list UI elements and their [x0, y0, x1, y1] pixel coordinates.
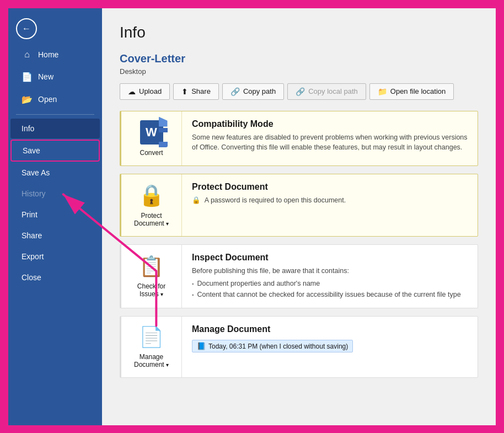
sidebar-item-label: Info	[22, 124, 34, 133]
word-convert-icon: W	[140, 120, 163, 145]
doc-title: Cover-Letter	[120, 52, 478, 65]
sidebar-item-label: Share	[22, 231, 42, 240]
sidebar-divider	[16, 114, 94, 115]
sidebar-item-history: History	[10, 184, 100, 204]
copy-path-icon: 🔗	[230, 87, 240, 96]
convert-button[interactable]: W Convert	[121, 111, 182, 165]
manage-card: 📄 Manage Document ▾ Manage Document 📘 To…	[120, 316, 478, 378]
sidebar-item-share[interactable]: Share	[10, 226, 100, 245]
copy-local-path-button: 🔗 Copy local path	[287, 83, 366, 100]
back-icon: ←	[22, 24, 31, 34]
inspect-list: Document properties and author's name Co…	[192, 278, 468, 300]
upload-label: Upload	[139, 87, 162, 95]
check-issues-button[interactable]: 📋 Check for Issues ▾	[121, 245, 182, 308]
home-icon: ⌂	[22, 50, 33, 60]
protect-content: Protect Document 🔒 A password is require…	[182, 174, 478, 236]
inspect-icon: 📋	[139, 255, 164, 278]
manage-icon: 📄	[139, 325, 164, 349]
action-bar: ☁ Upload ⬆ Share 🔗 Copy path 🔗 Copy loca…	[120, 83, 478, 100]
sidebar-item-label: Save	[23, 146, 40, 155]
protect-title: Protect Document	[192, 182, 468, 192]
main-content: Info Cover-Letter Desktop ☁ Upload ⬆ Sha…	[102, 8, 496, 425]
manage-file-badge[interactable]: 📘 Today, 06:31 PM (when I closed without…	[192, 340, 353, 352]
sidebar-item-print[interactable]: Print	[10, 205, 100, 224]
copy-local-icon: 🔗	[296, 87, 305, 96]
inspect-content: Inspect Document Before publishing this …	[182, 245, 478, 308]
manage-content: Manage Document 📘 Today, 06:31 PM (when …	[182, 317, 478, 377]
manage-title: Manage Document	[192, 324, 468, 334]
sidebar-item-label: Open	[38, 95, 57, 104]
inspect-card: 📋 Check for Issues ▾ Inspect Document Be…	[120, 244, 478, 309]
sidebar: ← ⌂ Home 📄 New 📂 Open Info Save Save As …	[8, 8, 102, 425]
upload-button[interactable]: ☁ Upload	[120, 83, 170, 100]
manage-dropdown-arrow: ▾	[166, 362, 169, 368]
sidebar-item-label: Home	[38, 50, 58, 59]
sidebar-item-save[interactable]: Save	[10, 140, 100, 162]
open-file-location-button[interactable]: 📁 Open file location	[369, 83, 454, 100]
protect-description: 🔒 A password is required to open this do…	[192, 195, 468, 206]
copy-path-button[interactable]: 🔗 Copy path	[222, 83, 284, 100]
sidebar-item-label: Close	[22, 273, 41, 282]
inspect-list-item-2: Content that cannot be checked for acces…	[192, 289, 468, 300]
lock-icon: 🔒	[138, 183, 164, 207]
upload-icon: ☁	[128, 87, 136, 96]
manage-label: Manage Document ▾	[127, 353, 176, 368]
sidebar-item-label: Save As	[22, 168, 50, 177]
manage-button[interactable]: 📄 Manage Document ▾	[121, 317, 182, 377]
share-button[interactable]: ⬆ Share	[173, 83, 219, 100]
protect-label: Protect Document ▾	[127, 212, 176, 227]
protect-button[interactable]: 🔒 Protect Document ▾	[121, 174, 182, 236]
folder-icon: 📁	[378, 87, 387, 96]
new-icon: 📄	[22, 72, 33, 82]
inspect-dropdown-arrow: ▾	[160, 291, 163, 297]
compatibility-card: W Convert Compatibility Mode Some new fe…	[120, 111, 478, 166]
manage-badge-text: Today, 06:31 PM (when I closed without s…	[208, 343, 348, 350]
sidebar-item-home[interactable]: ⌂ Home	[10, 44, 100, 65]
inspect-description: Before publishing this file, be aware th…	[192, 266, 468, 276]
sidebar-item-info[interactable]: Info	[10, 119, 100, 138]
compat-title: Compatibility Mode	[192, 119, 468, 129]
share-label: Share	[191, 87, 211, 95]
page-title: Info	[120, 24, 478, 41]
sidebar-item-export[interactable]: Export	[10, 247, 100, 266]
sidebar-item-label: History	[22, 189, 46, 198]
compat-content: Compatibility Mode Some new features are…	[182, 111, 478, 165]
sidebar-item-label: Export	[22, 252, 44, 261]
inspect-label: Check for Issues ▾	[127, 282, 176, 298]
copy-local-label: Copy local path	[308, 87, 358, 95]
protect-card: 🔒 Protect Document ▾ Protect Document 🔒 …	[120, 174, 478, 237]
share-icon: ⬆	[181, 87, 188, 96]
doc-icon: 📘	[197, 342, 206, 350]
open-file-label: Open file location	[390, 87, 446, 95]
sidebar-item-new[interactable]: 📄 New	[10, 66, 100, 88]
doc-location: Desktop	[120, 67, 478, 76]
copy-path-label: Copy path	[243, 87, 276, 95]
sidebar-item-label: Print	[22, 210, 37, 219]
compat-description: Some new features are disabled to preven…	[192, 132, 468, 153]
sidebar-item-open[interactable]: 📂 Open	[10, 89, 100, 110]
inspect-title: Inspect Document	[192, 253, 468, 263]
back-button[interactable]: ←	[16, 18, 37, 39]
convert-label: Convert	[140, 149, 163, 157]
inspect-list-item-1: Document properties and author's name	[192, 278, 468, 289]
sidebar-item-label: New	[38, 72, 53, 81]
protect-dropdown-arrow: ▾	[166, 221, 169, 227]
open-icon: 📂	[22, 94, 33, 105]
sidebar-item-save-as[interactable]: Save As	[10, 163, 100, 183]
sidebar-item-close[interactable]: Close	[10, 268, 100, 287]
